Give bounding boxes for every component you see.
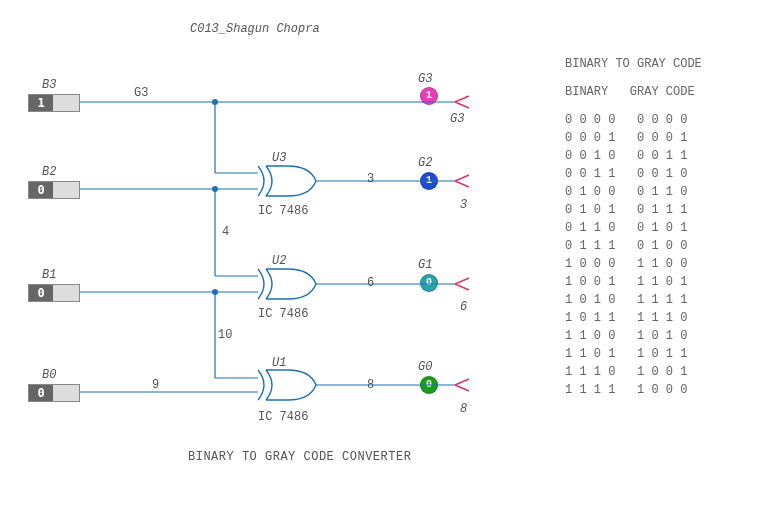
table-row: 0 1 1 0 0 1 0 1 (565, 219, 702, 237)
gate-chip-u2: IC 7486 (258, 307, 308, 321)
gate-chip-u1: IC 7486 (258, 410, 308, 424)
wire-label-9: 9 (152, 378, 159, 392)
switch-b2-value: 0 (29, 182, 53, 198)
table-row: 0 0 1 1 0 0 1 0 (565, 165, 702, 183)
input-label-b2: B2 (42, 165, 56, 179)
svg-point-5 (212, 186, 218, 192)
wire-label-8: 8 (367, 378, 374, 392)
table-row: 1 0 0 0 1 1 0 0 (565, 255, 702, 273)
table-row: 1 1 0 1 1 0 1 1 (565, 345, 702, 363)
output-label-g3: G3 (450, 112, 464, 126)
probe-label-g0: G0 (418, 360, 432, 374)
switch-b0[interactable]: 0 (28, 384, 80, 402)
truth-table: BINARY TO GRAY CODE BINARY GRAY CODE 0 0… (565, 55, 702, 399)
gate-chip-u3: IC 7486 (258, 204, 308, 218)
gate-label-u1: U1 (272, 356, 286, 370)
wire-label-3: 3 (367, 172, 374, 186)
probe-g1: 0 (420, 274, 438, 292)
table-row: 0 1 0 1 0 1 1 1 (565, 201, 702, 219)
footer-title: BINARY TO GRAY CODE CONVERTER (188, 450, 411, 464)
output-label-8: 8 (460, 402, 467, 416)
switch-b1-value: 0 (29, 285, 53, 301)
switch-b1[interactable]: 0 (28, 284, 80, 302)
table-row: 0 0 1 0 0 0 1 1 (565, 147, 702, 165)
switch-b3-value: 1 (29, 95, 53, 111)
wire-label-6: 6 (367, 276, 374, 290)
input-label-b0: B0 (42, 368, 56, 382)
switch-b0-value: 0 (29, 385, 53, 401)
svg-point-1 (212, 99, 218, 105)
table-row: 1 0 1 1 1 1 1 0 (565, 309, 702, 327)
switch-b2[interactable]: 0 (28, 181, 80, 199)
table-row: 0 0 0 1 0 0 0 1 (565, 129, 702, 147)
probe-label-g1: G1 (418, 258, 432, 272)
gate-label-u2: U2 (272, 254, 286, 268)
table-row: 1 1 1 0 1 0 0 1 (565, 363, 702, 381)
switch-b3[interactable]: 1 (28, 94, 80, 112)
wire-label-10: 10 (218, 328, 232, 342)
page-title: C013_Shagun Chopra (190, 22, 320, 36)
table-row: 0 1 0 0 0 1 1 0 (565, 183, 702, 201)
table-columns: BINARY GRAY CODE (565, 83, 702, 101)
wire-label-4: 4 (222, 225, 229, 239)
output-label-3: 3 (460, 198, 467, 212)
table-row: 1 1 0 0 1 0 1 0 (565, 327, 702, 345)
table-row: 1 1 1 1 1 0 0 0 (565, 381, 702, 399)
gate-label-u3: U3 (272, 151, 286, 165)
probe-label-g3: G3 (418, 72, 432, 86)
table-row: 1 0 0 1 1 1 0 1 (565, 273, 702, 291)
table-title: BINARY TO GRAY CODE (565, 55, 702, 73)
table-row: 1 0 1 0 1 1 1 1 (565, 291, 702, 309)
probe-g3: 1 (420, 87, 438, 105)
input-label-b3: B3 (42, 78, 56, 92)
probe-g0: 0 (420, 376, 438, 394)
output-label-6: 6 (460, 300, 467, 314)
table-row: 0 1 1 1 0 1 0 0 (565, 237, 702, 255)
table-row: 0 0 0 0 0 0 0 0 (565, 111, 702, 129)
svg-point-9 (212, 289, 218, 295)
input-label-b1: B1 (42, 268, 56, 282)
probe-label-g2: G2 (418, 156, 432, 170)
wire-label-g3: G3 (134, 86, 148, 100)
probe-g2: 1 (420, 172, 438, 190)
circuit-diagram (0, 0, 540, 440)
